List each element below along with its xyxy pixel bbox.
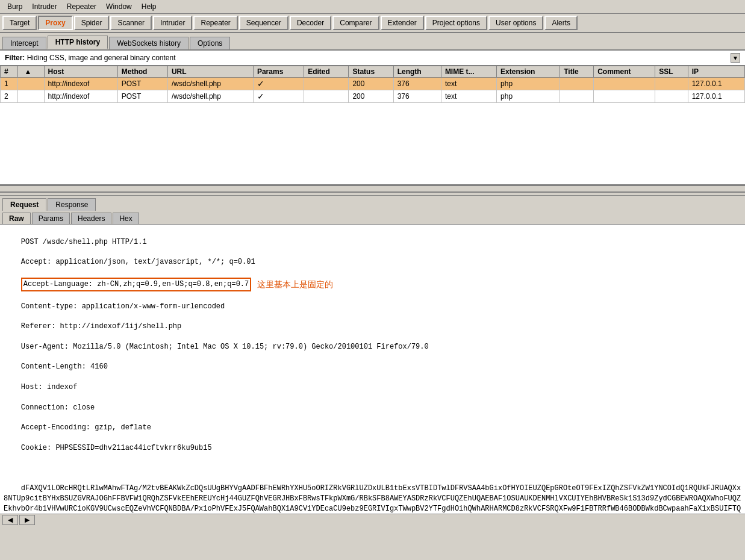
cell-url: /wsdc/shell.php: [167, 78, 253, 90]
http-table-container: # ▲ Host Method URL Params Edited Status…: [0, 66, 745, 186]
menu-window[interactable]: Window: [101, 1, 137, 12]
request-body: dFAXQV1LORcHRQtLRlwMAhwFTAg/M2tvBEAKWkZc…: [4, 484, 741, 514]
col-title[interactable]: Title: [560, 66, 594, 78]
tab-http-history[interactable]: HTTP history: [48, 36, 108, 49]
cell-length: 376: [393, 78, 441, 90]
cell-title: [560, 78, 594, 90]
toolbar-target[interactable]: Target: [2, 16, 37, 30]
request-line-cookie: Cookie: PHPSESSID=dhv211ac44icftvkrr6ku9…: [21, 444, 212, 452]
filter-button[interactable]: ▼: [731, 53, 740, 63]
request-line-content-length: Content-Length: 4160: [21, 362, 108, 371]
bottom-bar: ◀ ▶: [0, 514, 745, 526]
request-line-2: Accept: application/json, text/javascrip…: [21, 258, 255, 266]
cell-ssl: [655, 78, 688, 90]
col-sort[interactable]: ▲: [18, 66, 44, 78]
col-method[interactable]: Method: [117, 66, 167, 78]
request-line-accept-language: Accept-Language: zh-CN,zh;q=0.9,en-US;q=…: [21, 278, 333, 291]
tab-intercept[interactable]: Intercept: [2, 37, 46, 49]
menu-help[interactable]: Help: [137, 1, 161, 12]
request-line-content-type: Content-type: application/x-www-form-url…: [21, 302, 225, 311]
cell-method: POST: [117, 90, 167, 103]
col-mime[interactable]: MIME t...: [441, 66, 496, 78]
cell-num: 2: [1, 90, 18, 103]
annotation-label: 这里基本上是固定的: [257, 279, 333, 291]
col-comment[interactable]: Comment: [594, 66, 655, 78]
cell-mime: text: [441, 90, 496, 103]
cell-extension: php: [497, 90, 560, 103]
col-params[interactable]: Params: [253, 66, 304, 78]
cell-ip: 127.0.0.1: [688, 78, 744, 90]
cell-params: ✓: [253, 78, 304, 90]
menubar: Burp Intruder Repeater Window Help: [0, 0, 745, 14]
col-extension[interactable]: Extension: [497, 66, 560, 78]
highlighted-header: Accept-Language: zh-CN,zh;q=0.9,en-US;q=…: [21, 278, 251, 291]
cell-ssl: [655, 90, 688, 103]
inner-tab-hex[interactable]: Hex: [113, 213, 139, 224]
cell-num: 1: [1, 78, 18, 90]
cell-sort: [18, 78, 44, 90]
proxy-tabbar: Intercept HTTP history WebSockets histor…: [0, 33, 745, 51]
cell-params: ✓: [253, 90, 304, 103]
toolbar-extender[interactable]: Extender: [381, 16, 424, 30]
toolbar-decoder[interactable]: Decoder: [290, 16, 331, 30]
request-line-connection: Connection: close: [21, 403, 95, 412]
cell-title: [560, 90, 594, 103]
table-row[interactable]: 2 http://indexof POST /wsdc/shell.php ✓ …: [1, 90, 745, 103]
tab-options[interactable]: Options: [190, 37, 230, 49]
toolbar-repeater[interactable]: Repeater: [193, 16, 237, 30]
cell-ip: 127.0.0.1: [688, 90, 744, 103]
inner-tab-raw[interactable]: Raw: [2, 213, 31, 224]
cell-sort: [18, 90, 44, 103]
prev-button[interactable]: ◀: [2, 515, 18, 525]
col-ssl[interactable]: SSL: [655, 66, 688, 78]
request-line-host: Host: indexof: [21, 383, 78, 391]
toolbar-project-options[interactable]: Project options: [425, 16, 487, 30]
next-button[interactable]: ▶: [19, 515, 35, 525]
http-table: # ▲ Host Method URL Params Edited Status…: [0, 66, 745, 103]
req-resp-tabbar: Request Response: [0, 196, 745, 211]
col-status[interactable]: Status: [349, 66, 393, 78]
toolbar-comparer[interactable]: Comparer: [332, 16, 379, 30]
cell-comment: [594, 78, 655, 90]
request-line-1: POST /wsdc/shell.php HTTP/1.1: [21, 238, 147, 246]
tab-websockets-history[interactable]: WebSockets history: [109, 37, 189, 49]
cell-host: http://indexof: [44, 78, 117, 90]
cell-mime: text: [441, 78, 496, 90]
menu-burp[interactable]: Burp: [2, 1, 27, 12]
col-url[interactable]: URL: [167, 66, 253, 78]
request-line-referer: Referer: http://indexof/1ij/shell.php: [21, 322, 181, 331]
menu-intruder[interactable]: Intruder: [27, 1, 61, 12]
cell-status: 200: [349, 78, 393, 90]
col-ip[interactable]: IP: [688, 66, 744, 78]
cell-edited: [304, 78, 349, 90]
toolbar-alerts[interactable]: Alerts: [544, 16, 578, 30]
cell-edited: [304, 90, 349, 103]
toolbar-intruder[interactable]: Intruder: [153, 16, 192, 30]
filter-label: Filter:: [5, 54, 25, 62]
inner-tab-headers[interactable]: Headers: [71, 213, 111, 224]
toolbar-proxy[interactable]: Proxy: [38, 16, 72, 30]
toolbar-scanner[interactable]: Scanner: [110, 16, 152, 30]
col-length[interactable]: Length: [393, 66, 441, 78]
tab-request[interactable]: Request: [2, 198, 46, 211]
filter-bar: Filter: Hiding CSS, image and general bi…: [0, 51, 745, 66]
toolbar-user-options[interactable]: User options: [488, 16, 543, 30]
req-resp-panel: Request Response Raw Params Headers Hex …: [0, 196, 745, 514]
menu-repeater[interactable]: Repeater: [62, 1, 101, 12]
col-edited[interactable]: Edited: [304, 66, 349, 78]
toolbar-spider[interactable]: Spider: [74, 16, 110, 30]
cell-comment: [594, 90, 655, 103]
cell-host: http://indexof: [44, 90, 117, 103]
cell-extension: php: [497, 78, 560, 90]
cell-length: 376: [393, 90, 441, 103]
tab-response[interactable]: Response: [48, 198, 96, 211]
toolbar-sequencer[interactable]: Sequencer: [239, 16, 288, 30]
filter-text: Hiding CSS, image and general binary con…: [27, 54, 176, 62]
cell-url: /wsdc/shell.php: [167, 90, 253, 103]
inner-tab-params[interactable]: Params: [32, 213, 70, 224]
col-num[interactable]: #: [1, 66, 18, 78]
request-line-accept-encoding: Accept-Encoding: gzip, deflate: [21, 423, 151, 432]
table-row[interactable]: 1 http://indexof POST /wsdc/shell.php ✓ …: [1, 78, 745, 90]
col-host[interactable]: Host: [44, 66, 117, 78]
request-content-area: POST /wsdc/shell.php HTTP/1.1 Accept: ap…: [0, 225, 745, 514]
